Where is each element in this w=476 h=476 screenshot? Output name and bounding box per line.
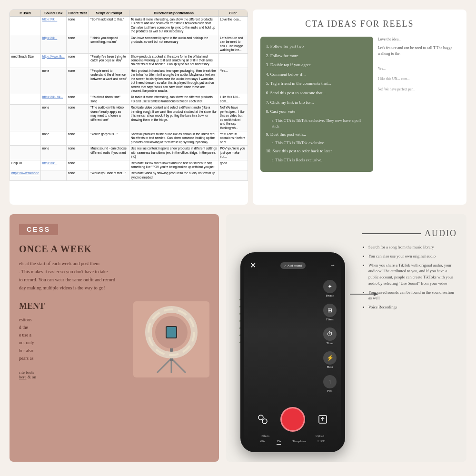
table-row: none none Music sound - can choose diffe… (10, 146, 248, 160)
phone-outer: ✕ ♪ Add sound → ✦ Beauty (240, 252, 345, 452)
col-header-filter: Filter/Effect (66, 10, 89, 17)
svg-rect-7 (167, 327, 176, 337)
table-row: Chip.78 https://tik... none Replicate Ti… (10, 160, 248, 170)
list-item: 10. Save this post to refer back to late… (266, 148, 367, 154)
list-item: 8. Cast your vote (266, 109, 367, 115)
phone-tab-row: 60s 15s Templates LIVE (250, 439, 336, 445)
cta-right-side-notes: Love the idea... Let's feature and can b… (378, 37, 459, 172)
cta-green-box: 1. Follow for part two 2. Follow for mor… (260, 37, 373, 172)
process-section1-body: els at the start of each week and post t… (19, 259, 209, 292)
list-item: 4. Comment below if... (266, 71, 367, 78)
audio-item: Search for a song from the music library (368, 244, 457, 250)
upload-icon (317, 414, 328, 425)
list-item: 2. Follow for more (266, 53, 367, 59)
svg-point-9 (258, 415, 263, 420)
audio-list: Search for a song from the music library… (362, 244, 457, 310)
table-row: https://tik... none "I think you dropped… (10, 35, 248, 53)
tab-15s[interactable]: 15s (277, 439, 281, 445)
music-icon: ♪ (284, 264, 286, 268)
list-item: 7. Click my link in bio for... (266, 99, 367, 106)
close-icon[interactable]: ✕ (250, 261, 256, 270)
list-item: 9. Duet this post with... (266, 131, 367, 138)
phone-screen-inner: ✕ ♪ Add sound → ✦ Beauty (244, 256, 341, 448)
audio-title-text: AUDIO (425, 228, 457, 238)
tab-templates[interactable]: Templates (292, 439, 306, 445)
page-container: it Used Sound Link Filter/Effect Script … (0, 0, 476, 476)
phone-screen: ✕ ♪ Add sound → ✦ Beauty (244, 256, 341, 448)
list-item: 1. Follow for part two (266, 43, 367, 50)
col-header-script: Script or Prompt (89, 10, 129, 17)
phone-mockup: ✕ ♪ Add sound → ✦ Beauty (240, 252, 345, 452)
list-item: 3. Double tap if you agree (266, 62, 367, 68)
col-header-used: it Used (10, 10, 41, 17)
bottom-right-panel: ✕ ♪ Add sound → ✦ Beauty (226, 214, 466, 462)
table-row: https://www.tik/none none "Would you loo… (10, 170, 248, 181)
audio-item: Voice Recordings (368, 304, 457, 310)
audio-title-line (362, 233, 421, 234)
phone-bottom-bar: Effects Upload 60s 15s Templates LIVE (244, 403, 341, 448)
phone-top-bar: ✕ ♪ Add sound → (244, 256, 341, 273)
cta-panel: CTA IDEAS FOR REELS 1. Follow for part t… (253, 10, 466, 205)
table-row: none none "You're gorgeous..." Show all … (10, 131, 248, 145)
upload-button[interactable] (314, 411, 331, 428)
col-header-directions: Directions/Specifications (129, 10, 218, 17)
list-item: 5. Tag a friend in the comments that... (266, 80, 367, 87)
svg-line-0 (157, 358, 171, 373)
audio-section: AUDIO Search for a song from the music l… (362, 228, 457, 313)
process-section1-title: ONCE A WEEK (19, 244, 209, 255)
spreadsheet-table: it Used Sound Link Filter/Effect Script … (10, 10, 248, 181)
ring-light-svg (138, 306, 205, 373)
col-header-sound: Sound Link (40, 10, 66, 17)
table-row: https://tiku.tik... none "It's about dam… (10, 94, 248, 105)
process-badge: CESS (19, 224, 58, 235)
effects-label: Effects (261, 435, 269, 437)
phone-camera-area (244, 273, 341, 403)
list-sub-item: a. This CTA is TikTok exclusive (266, 140, 367, 146)
table-row: none none "The audio on this video doesn… (10, 105, 248, 131)
table-row: none none "People need to understand the… (10, 68, 248, 94)
upload-label: Upload (316, 435, 324, 437)
spreadsheet-panel: it Used Sound Link Filter/Effect Script … (10, 10, 248, 205)
tab-live[interactable]: LIVE (317, 439, 325, 445)
top-section: it Used Sound Link Filter/Effect Script … (10, 10, 466, 205)
audio-item: When you share a TikTok with original au… (368, 262, 457, 287)
effects-icon (257, 414, 268, 425)
table-row: https://tik... none "So I'm addicted to … (10, 17, 248, 35)
arrow-icon: → (330, 262, 336, 269)
process-section2: MENT estionsd thee use anot onlybut also… (19, 301, 209, 379)
svg-line-2 (171, 358, 186, 373)
list-item: 6. Send this post to someone that... (266, 90, 367, 96)
list-sub-item: a. This CTA is Reels exclusive. (266, 158, 367, 163)
col-header-client: Clier (218, 10, 248, 17)
tab-60s[interactable]: 60s (260, 439, 265, 445)
audio-title: AUDIO (362, 228, 457, 238)
cta-list: 1. Follow for part two 2. Follow for mor… (266, 43, 367, 163)
add-sound-label: Add sound (287, 264, 302, 268)
list-sub-item: a. This CTA is TikTok exclusive. They no… (266, 118, 367, 129)
svg-point-10 (262, 419, 267, 424)
phone-icon-labels: Effects Upload (250, 435, 336, 437)
ring-light-image (133, 301, 209, 377)
record-button[interactable] (280, 407, 305, 432)
phone-record-row (250, 407, 336, 432)
audio-item: Your saved sounds can be found in the so… (368, 289, 457, 302)
audio-item: You can also use your own original audio (368, 253, 457, 259)
bottom-left-panel: CESS ONCE A WEEK els at the start of eac… (10, 214, 219, 462)
cta-content: 1. Follow for part two 2. Follow for mor… (260, 37, 459, 172)
cta-title: CTA IDEAS FOR REELS (260, 19, 459, 29)
effects-button[interactable] (254, 411, 271, 428)
table-row: med Snack Size https://www.tik... none "… (10, 53, 248, 68)
add-sound-button[interactable]: ♪ Add sound (280, 262, 306, 269)
